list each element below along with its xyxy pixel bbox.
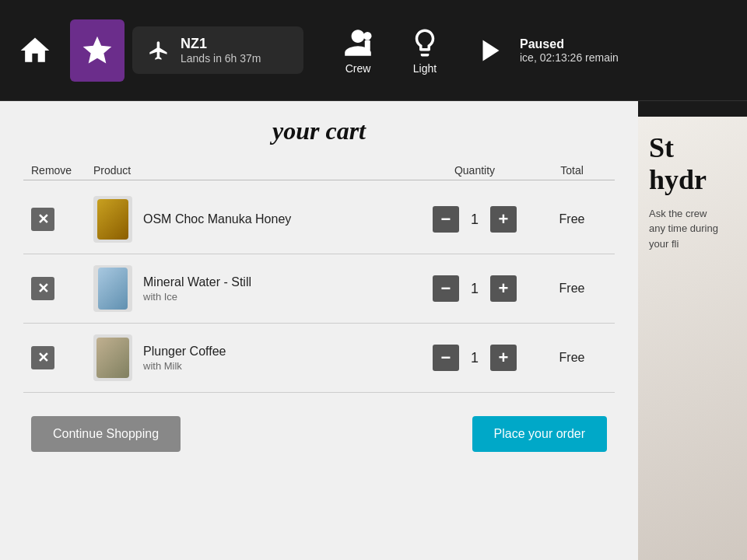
item-total-1: Free: [537, 212, 607, 226]
remove-item-3[interactable]: ✕: [31, 346, 93, 369]
remove-item-1[interactable]: ✕: [31, 208, 93, 231]
remove-btn-3[interactable]: ✕: [31, 346, 54, 369]
home-icon: [18, 33, 52, 68]
cart-title: your cart: [23, 117, 615, 145]
airplane-icon: [148, 40, 170, 61]
item-total-2: Free: [537, 282, 607, 296]
decrement-btn-3[interactable]: −: [433, 345, 459, 371]
cart-item: ✕ Plunger Coffee with Milk − 1 + Free: [23, 324, 615, 393]
crew-icon: [342, 26, 374, 59]
promo-content: St hydr Ask the crewany time duringyour …: [638, 117, 747, 560]
promo-body: Ask the crewany time duringyour fli: [649, 206, 736, 252]
quantity-control-2: − 1 +: [412, 275, 537, 302]
water-image: [98, 268, 128, 310]
remove-btn-2[interactable]: ✕: [31, 277, 54, 300]
coffee-image: [96, 338, 129, 378]
flight-info: NZ1 Lands in 6h 37m: [132, 26, 303, 74]
flight-number: NZ1: [181, 36, 261, 52]
product-thumb-3: [93, 334, 132, 381]
star-icon: [80, 33, 114, 68]
cart-panel: your cart Remove Product Quantity Total …: [0, 101, 638, 560]
product-thumb-2: [93, 265, 132, 312]
decrement-btn-1[interactable]: −: [433, 206, 459, 233]
continue-shopping-button[interactable]: Continue Shopping: [31, 416, 181, 452]
playback-info: Paused ice, 02:13:26 remain: [520, 37, 619, 64]
promo-title-2: hydr: [649, 164, 707, 195]
col-product: Product: [93, 164, 412, 177]
promo-title-1: St: [649, 132, 674, 163]
col-quantity: Quantity: [412, 164, 537, 177]
home-button[interactable]: [8, 19, 62, 82]
product-name-1: OSM Choc Manuka Honey: [143, 212, 291, 226]
col-remove: Remove: [31, 164, 93, 177]
svg-rect-1: [365, 40, 370, 51]
cart-item: ✕ Mineral Water - Still with Ice − 1 + F…: [23, 254, 615, 324]
promo-title: St hydr: [649, 132, 736, 197]
remaining-time: ice, 02:13:26 remain: [520, 51, 619, 64]
product-thumb-1: [93, 196, 132, 243]
honey-image: [97, 199, 128, 240]
product-sub-2: with Ice: [143, 291, 251, 303]
product-name-2: Mineral Water - Still: [143, 275, 251, 289]
cart-actions: Continue Shopping Place your order: [23, 416, 615, 452]
increment-btn-1[interactable]: +: [490, 206, 517, 233]
quantity-control-3: − 1 +: [412, 345, 537, 371]
product-text-3: Plunger Coffee with Milk: [143, 345, 226, 372]
svg-point-0: [363, 32, 372, 40]
paused-label: Paused: [520, 37, 619, 51]
col-total: Total: [537, 164, 607, 177]
product-text-2: Mineral Water - Still with Ice: [143, 275, 251, 303]
remove-item-2[interactable]: ✕: [31, 277, 93, 300]
item-total-3: Free: [537, 351, 607, 365]
decrement-btn-2[interactable]: −: [433, 275, 459, 302]
product-info-3: Plunger Coffee with Milk: [93, 334, 412, 381]
favorites-button[interactable]: [70, 19, 124, 82]
play-icon: [477, 37, 505, 65]
light-button[interactable]: Light: [394, 19, 456, 82]
qty-value-1: 1: [465, 212, 484, 228]
light-label: Light: [413, 62, 437, 75]
product-sub-3: with Milk: [143, 360, 226, 372]
place-order-button[interactable]: Place your order: [472, 416, 607, 452]
cart-item: ✕ OSM Choc Manuka Honey − 1 + Free: [23, 185, 615, 254]
right-promo-panel: St hydr Ask the crewany time duringyour …: [638, 101, 747, 560]
play-button[interactable]: [472, 31, 510, 70]
flight-lands: Lands in 6h 37m: [181, 52, 261, 65]
crew-label: Crew: [345, 62, 371, 75]
cart-table-header: Remove Product Quantity Total: [23, 161, 615, 180]
main-area: your cart Remove Product Quantity Total …: [0, 101, 747, 560]
product-info-2: Mineral Water - Still with Ice: [93, 265, 412, 312]
product-info-1: OSM Choc Manuka Honey: [93, 196, 412, 243]
light-icon: [409, 26, 441, 59]
qty-value-3: 1: [465, 350, 484, 366]
remove-btn-1[interactable]: ✕: [31, 208, 54, 231]
product-name-3: Plunger Coffee: [143, 345, 226, 359]
top-navigation-bar: NZ1 Lands in 6h 37m Crew Light Pau: [0, 0, 747, 101]
playback-status: Paused ice, 02:13:26 remain: [472, 31, 619, 70]
qty-value-2: 1: [465, 281, 484, 297]
quantity-control-1: − 1 +: [412, 206, 537, 233]
flight-details: NZ1 Lands in 6h 37m: [181, 36, 261, 65]
crew-light-group: Crew Light: [327, 19, 456, 82]
product-text-1: OSM Choc Manuka Honey: [143, 212, 291, 226]
svg-marker-2: [483, 40, 500, 61]
increment-btn-3[interactable]: +: [490, 345, 517, 371]
increment-btn-2[interactable]: +: [490, 275, 517, 302]
crew-button[interactable]: Crew: [327, 19, 389, 82]
